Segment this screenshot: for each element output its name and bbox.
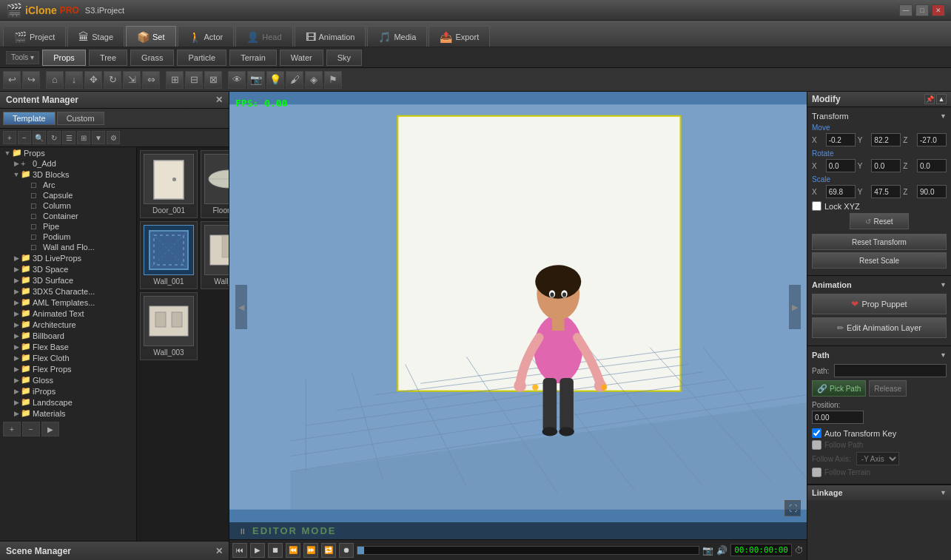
follow-axis-select[interactable]: -Y Axis	[856, 452, 899, 465]
timeline-bar[interactable]	[357, 546, 699, 555]
scale-x-input[interactable]	[826, 185, 856, 198]
tab-animation[interactable]: 🎞Animation	[295, 26, 366, 47]
tree-item-wall-fl[interactable]: □Wall and Flo...	[0, 242, 136, 252]
follow-path-checkbox[interactable]	[812, 440, 821, 450]
sub-tab-particle[interactable]: Particle	[177, 50, 226, 66]
sub-tab-water[interactable]: Water	[280, 50, 323, 66]
down-button[interactable]: ↓	[65, 71, 83, 89]
rotate-x-input[interactable]	[826, 159, 856, 172]
cm-tab-custom[interactable]: Custom	[57, 112, 104, 125]
tree-item-iprops[interactable]: ▶📁iProps	[0, 385, 136, 397]
tree-more-button[interactable]: ▶	[41, 422, 59, 436]
cm-list-icon[interactable]: ☰	[62, 131, 75, 144]
sub-tab-terrain[interactable]: Terrain	[229, 50, 277, 66]
position-input[interactable]	[812, 411, 864, 424]
timeline-play-button[interactable]: ▶	[250, 543, 265, 558]
prop-item-wall003[interactable]: Wall_003	[140, 292, 198, 360]
content-manager-close[interactable]: ✕	[215, 95, 223, 105]
paint-button[interactable]: 🖌	[286, 71, 303, 89]
fullscreen-button[interactable]: ⛶	[784, 500, 801, 516]
maximize-button[interactable]: □	[915, 4, 929, 16]
tree-item-3dspace[interactable]: ▶📁3D Space	[0, 263, 136, 274]
tree-item-flex-props[interactable]: ▶📁Flex Props	[0, 363, 136, 374]
timeline-camera-icon[interactable]: 📷	[702, 545, 713, 556]
tree-item-3dblocks[interactable]: ▼📁3D Blocks	[0, 169, 136, 180]
lock-xyz-checkbox[interactable]	[812, 201, 821, 211]
cm-grid-icon[interactable]: ⊞	[77, 131, 90, 144]
pick-path-button[interactable]: 🔗 Pick Path	[812, 380, 866, 397]
tab-set[interactable]: 📦Set	[126, 26, 176, 47]
transform-collapse[interactable]: ▼	[940, 112, 947, 120]
viewport-canvas[interactable]: FPS: 0.00 ▶ ◀ ⛶	[229, 92, 807, 522]
timeline-clock-icon[interactable]: ⏱	[795, 545, 804, 556]
tree-item-landscape[interactable]: ▶📁Landscape	[0, 397, 136, 408]
tree-item-podium[interactable]: □Podium	[0, 232, 136, 242]
scale-z-input[interactable]	[917, 185, 947, 198]
tree-remove-button[interactable]: −	[22, 422, 40, 436]
timeline-prev-frame[interactable]: ⏪	[286, 543, 300, 558]
sub-tab-sky[interactable]: Sky	[326, 50, 362, 66]
timeline-speaker-icon[interactable]: 🔊	[716, 545, 727, 556]
prop-item-wall001[interactable]: Wall_001	[140, 221, 198, 289]
cm-delete-icon[interactable]: −	[18, 131, 31, 144]
rotate-y-input[interactable]	[871, 159, 901, 172]
tree-item-capsule[interactable]: □Capsule	[0, 190, 136, 200]
tree-item-3dx5[interactable]: ▶📁3DX5 Characte...	[0, 286, 136, 297]
scale-button[interactable]: ⇲	[123, 71, 141, 89]
scale-y-input[interactable]	[871, 185, 901, 198]
align-button[interactable]: ⊟	[185, 71, 203, 89]
prop-puppet-button[interactable]: ❤ Prop Puppet	[812, 294, 947, 314]
sub-tab-props[interactable]: Props	[42, 50, 86, 66]
flip-button[interactable]: ⇔	[142, 71, 160, 89]
edit-animation-layer-button[interactable]: ✏ Edit Animation Layer	[812, 317, 947, 338]
tab-export[interactable]: 📤Export	[429, 26, 490, 47]
tree-item-flex-base[interactable]: ▶📁Flex Base	[0, 341, 136, 352]
tree-item-0add[interactable]: ▶+0_Add	[0, 158, 136, 169]
nav-arrow-right[interactable]: ▶	[789, 285, 801, 329]
tab-head[interactable]: 👤Head	[235, 26, 292, 47]
release-button[interactable]: Release	[869, 380, 907, 397]
reset-transform-button[interactable]: Reset Transform	[812, 234, 947, 250]
tools-menu-button[interactable]: Tools ▾	[6, 51, 39, 64]
move-button[interactable]: ✥	[84, 71, 102, 89]
panel-collapse-button[interactable]: ▲	[936, 94, 947, 104]
tree-item-column[interactable]: □Column	[0, 200, 136, 211]
minimize-button[interactable]: —	[899, 4, 913, 16]
tab-stage[interactable]: 🏛Stage	[67, 26, 124, 47]
timeline-record-button[interactable]: ⏺	[339, 543, 354, 558]
tab-project[interactable]: 🎬Project	[3, 26, 66, 47]
rotate-z-input[interactable]	[917, 159, 947, 172]
nav-arrow-left[interactable]: ◀	[235, 285, 247, 329]
reset-scale-button[interactable]: Reset Scale	[812, 252, 947, 269]
move-x-input[interactable]	[826, 133, 856, 146]
camera-button[interactable]: 📷	[247, 71, 265, 89]
tree-item-materials[interactable]: ▶📁Materials	[0, 408, 136, 419]
tree-item-aml[interactable]: ▶📁AML Templates...	[0, 297, 136, 308]
tree-item-architecture[interactable]: ▶📁Architecture	[0, 319, 136, 330]
view-button[interactable]: 👁	[228, 71, 246, 89]
cm-settings-icon[interactable]: ⚙	[107, 131, 120, 144]
distribute-button[interactable]: ⊠	[204, 71, 222, 89]
pause-icon[interactable]: ⏸	[238, 527, 246, 536]
tab-media[interactable]: 🎵Media	[367, 26, 427, 47]
prop-item-wall002[interactable]: Wall_002	[201, 221, 229, 289]
reset-button[interactable]: ↺ Reset	[850, 213, 909, 229]
tree-item-flex-cloth[interactable]: ▶📁Flex Cloth	[0, 352, 136, 363]
timeline-next-frame[interactable]: ⏩	[303, 543, 318, 558]
auto-transform-checkbox[interactable]	[812, 428, 821, 438]
sub-tab-tree[interactable]: Tree	[89, 50, 127, 66]
tree-item-3dliveprops[interactable]: ▶📁3D LiveProps	[0, 252, 136, 263]
material-button[interactable]: ◈	[305, 71, 323, 89]
panel-pin-button[interactable]: 📌	[924, 94, 935, 104]
timeline-loop-button[interactable]: 🔁	[321, 543, 336, 558]
redo-button[interactable]: ↪	[22, 71, 40, 89]
timeline-stop-button[interactable]: ⏹	[268, 543, 283, 558]
tree-item-arc[interactable]: □Arc	[0, 180, 136, 190]
tree-add-button[interactable]: +	[3, 422, 21, 436]
flag-button[interactable]: ⚑	[324, 71, 342, 89]
undo-button[interactable]: ↩	[3, 71, 21, 89]
close-button[interactable]: ✕	[932, 4, 945, 16]
sub-tab-grass[interactable]: Grass	[130, 50, 174, 66]
tab-actor[interactable]: 🚶Actor	[178, 26, 235, 47]
path-input[interactable]	[834, 364, 947, 377]
